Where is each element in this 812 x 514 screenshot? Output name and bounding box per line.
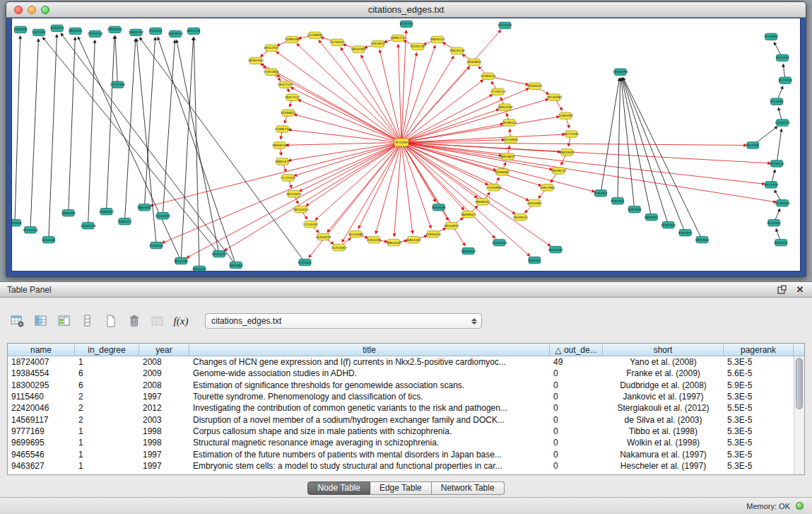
network-node[interactable]: 7620334 — [32, 29, 45, 35]
network-node[interactable]: 14850543 — [167, 30, 183, 37]
network-node[interactable]: 20543204 — [211, 250, 227, 257]
network-node[interactable]: 19745083 — [546, 94, 562, 100]
network-node[interactable]: 9954104 — [61, 209, 75, 216]
network-node[interactable]: 2620326 — [13, 26, 27, 33]
network-node[interactable]: 9100348 — [12, 219, 22, 226]
network-node[interactable]: 10291942 — [661, 221, 676, 228]
network-node[interactable]: 17125441 — [281, 175, 296, 181]
network-node[interactable]: 16810627 — [559, 149, 575, 156]
tab-network-table[interactable]: Network Table — [432, 481, 505, 495]
network-node[interactable]: 9191914 — [611, 198, 624, 204]
select-rows-button[interactable] — [54, 311, 75, 331]
network-node[interactable]: 21086713 — [275, 126, 290, 132]
table-row[interactable]: 977716911998Corpus callosum shape and si… — [8, 426, 794, 437]
network-node[interactable]: 9491964 — [695, 236, 709, 243]
network-node[interactable]: 9154049 — [432, 204, 445, 211]
network-node[interactable]: 8791907 — [594, 190, 608, 197]
table-row[interactable]: 1830029562008Estimation of significance … — [8, 380, 794, 391]
network-node[interactable]: 18549213 — [551, 168, 566, 174]
network-node[interactable]: 17204903 — [486, 185, 502, 191]
network-node[interactable]: 18040532 — [461, 247, 476, 254]
network-node[interactable]: 16554104 — [492, 239, 507, 245]
column-header-year[interactable]: year — [139, 344, 189, 356]
column-header-title[interactable]: title — [189, 344, 550, 356]
network-node[interactable]: 18106427 — [502, 119, 517, 126]
network-node[interactable]: 16019627 — [500, 153, 516, 160]
table-row[interactable]: 1938455462009Genome-wide association stu… — [8, 368, 794, 379]
column-header-pagerank[interactable]: pagerank — [724, 344, 794, 356]
network-node[interactable]: 10234132 — [769, 160, 784, 167]
network-node[interactable]: 9313474 — [776, 54, 789, 61]
close-panel-icon[interactable]: ✕ — [795, 285, 805, 295]
network-node[interactable]: 19801672 — [275, 158, 290, 165]
network-node[interactable]: 9391953 — [678, 229, 692, 235]
import-table-button[interactable] — [147, 311, 168, 331]
network-node[interactable]: 16427513 — [278, 81, 293, 88]
network-node[interactable]: 9994034 — [69, 28, 82, 34]
network-node[interactable]: 11434154 — [775, 119, 790, 126]
network-node[interactable]: 22046087 — [495, 169, 510, 175]
network-node[interactable]: 16554967 — [526, 200, 542, 206]
network-node[interactable]: 20554104 — [88, 30, 103, 37]
network-node[interactable]: 13210643 — [503, 136, 519, 143]
table-mode-button[interactable] — [7, 311, 28, 331]
network-node[interactable]: 16254413 — [293, 206, 309, 213]
network-node[interactable]: 16440794 — [613, 69, 628, 75]
float-panel-icon[interactable] — [777, 285, 787, 295]
network-node[interactable]: 12104054 — [775, 200, 790, 206]
network-node[interactable]: 19427512 — [285, 94, 300, 100]
network-node[interactable]: 16154480 — [348, 230, 363, 237]
table-row[interactable]: 1456911722003Disruption of a novel membe… — [8, 414, 794, 425]
table-row[interactable]: 911546021997Tourette syndrome. Phenomeno… — [8, 391, 794, 402]
network-node[interactable]: 16981713 — [390, 35, 406, 41]
minimize-window-button[interactable] — [28, 6, 36, 14]
create-column-button[interactable] — [100, 311, 122, 331]
network-node[interactable]: 9134062 — [765, 33, 778, 40]
network-node[interactable]: 19046413 — [475, 199, 490, 205]
network-node[interactable]: 924502 — [529, 257, 541, 263]
network-node[interactable]: 18775105 — [563, 131, 579, 137]
network-node[interactable]: 20584813 — [281, 110, 296, 116]
network-node[interactable]: 15054291 — [366, 236, 382, 243]
table-selector-dropdown[interactable]: citations_edges.txt — [205, 313, 482, 329]
network-node[interactable]: 16854432 — [406, 236, 421, 243]
network-node[interactable]: 18547903 — [351, 46, 366, 52]
network-node[interactable]: 18754413 — [286, 191, 302, 197]
network-node[interactable]: 18554107 — [548, 246, 563, 252]
network-node[interactable]: 9091920 — [628, 206, 641, 213]
network-node[interactable]: 18554921 — [444, 222, 459, 228]
network-node[interactable]: 16012023 — [264, 45, 279, 51]
network-window[interactable]: citations_edges.txt 97240918302040178518… — [6, 1, 806, 277]
network-node[interactable]: 9505417 — [118, 218, 131, 224]
network-node[interactable]: 20554109 — [81, 222, 96, 228]
network-node[interactable]: 16852204 — [498, 104, 513, 110]
network-node[interactable]: 10254104 — [23, 226, 38, 233]
network-node[interactable]: 8130704 — [400, 21, 413, 27]
network-node[interactable]: 10004057 — [99, 208, 114, 214]
network-node[interactable]: 615958 — [747, 142, 759, 148]
network-node[interactable]: 18606713 — [272, 142, 288, 148]
column-header-in_degree[interactable]: in_degree — [75, 344, 139, 356]
network-node[interactable]: 17740213 — [490, 88, 506, 95]
network-svg[interactable]: 9724091830204017851818164275131942751220… — [12, 18, 800, 271]
network-node[interactable]: 20626158 — [449, 47, 465, 54]
network-node[interactable]: 19563821 — [466, 59, 482, 65]
network-node[interactable]: 9725441 — [298, 259, 312, 265]
network-node[interactable]: 8041124 — [187, 28, 201, 34]
network-node[interactable]: 9224502 — [767, 219, 781, 226]
network-node[interactable]: 21485003 — [558, 112, 573, 119]
network-node[interactable]: 22060584 — [285, 36, 300, 42]
network-node[interactable]: 8095413 — [193, 266, 206, 271]
network-node[interactable]: 8505414 — [50, 25, 64, 31]
network-node[interactable]: 9313439 — [765, 182, 778, 188]
network-node[interactable]: 9554108 — [175, 257, 188, 264]
network-node[interactable]: 18841102 — [129, 29, 144, 35]
network-node[interactable]: 9254032 — [775, 239, 788, 245]
network-node[interactable]: 20540013 — [526, 83, 542, 89]
tab-edge-table[interactable]: Edge Table — [370, 481, 432, 495]
column-header-name[interactable]: name — [8, 344, 75, 356]
network-node[interactable]: 15254403 — [331, 244, 346, 250]
network-node[interactable]: 21228058 — [307, 32, 323, 38]
network-node[interactable]: 9891931 — [645, 214, 658, 220]
delete-column-button[interactable] — [124, 311, 145, 331]
